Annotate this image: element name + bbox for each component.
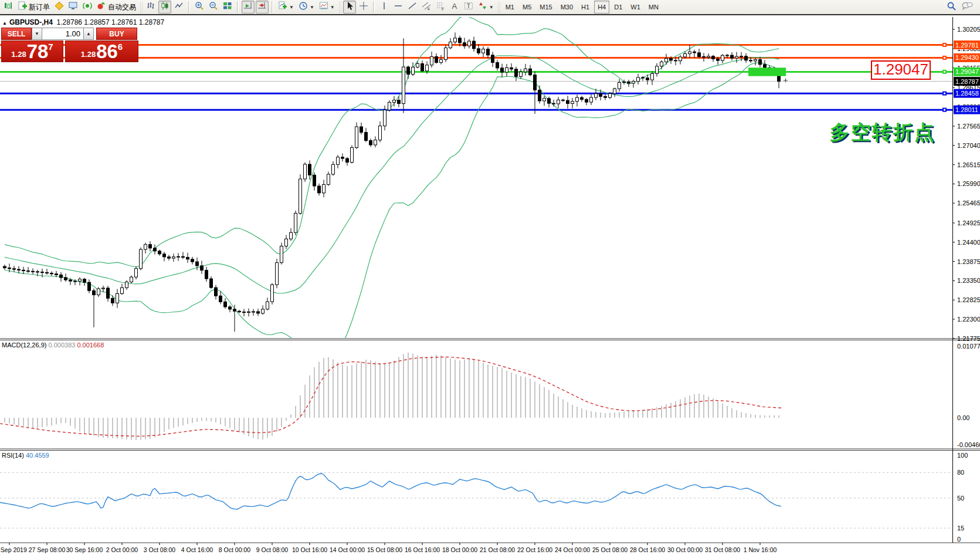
price-tick-label: 1.26515: [957, 161, 980, 168]
price-badge-label: 1.29781: [955, 42, 979, 49]
macd-axis-label: -0.004668: [957, 441, 980, 448]
ohlc-low: 1.28761: [111, 18, 137, 26]
date-tick-label: 2 Oct 00:00: [106, 546, 138, 553]
line-anchor-center: [944, 71, 945, 73]
date-tick-label: 3 Oct 08:00: [144, 546, 175, 553]
sell-price-panel[interactable]: 1.28 78 7: [1, 40, 63, 62]
date-tick-label: 8 Oct 00:00: [219, 546, 250, 553]
date-tick-label: 22 Oct 16:00: [517, 546, 552, 553]
chart-canvas[interactable]: 1.29047多空转折点多空转折点1.302051.296801.291551.…: [0, 0, 980, 558]
date-tick-label: 28 Oct 16:00: [630, 546, 665, 553]
price-tick-label: 1.25465: [957, 199, 980, 207]
sell-price-pip: 7: [48, 42, 53, 52]
buy-price-big: 86: [96, 43, 118, 60]
price-tick-label: 1.27040: [957, 142, 980, 149]
ohlc-open: 1.28786: [57, 18, 82, 26]
date-tick-label: 30 Sep 16:00: [66, 546, 103, 553]
date-tick-label: 21 Oct 08:00: [480, 546, 515, 553]
price-tick-label: 1.22825: [957, 296, 980, 303]
macd-value-main: 0.000383: [48, 341, 75, 349]
date-tick-label: 25 Oct 08:00: [592, 546, 628, 553]
buy-button[interactable]: BUY: [96, 28, 137, 40]
date-tick-label: 26 Sep 2019: [0, 546, 27, 553]
date-tick-label: 16 Oct 16:00: [405, 546, 440, 553]
macd-value-signal: 0.001668: [77, 341, 104, 349]
rsi-value: 40.4559: [26, 452, 49, 459]
price-tick-label: 1.27565: [957, 123, 980, 130]
price-tick-label: 1.23875: [957, 258, 980, 265]
macd-indicator-label: MACD(12,26,9) 0.000383 0.001668: [2, 341, 104, 349]
sell-price-big: 78: [27, 43, 49, 60]
price-tick-label: 1.24925: [957, 219, 980, 226]
macd-name: MACD(12,26,9): [2, 341, 46, 349]
price-tick-label: 1.24400: [957, 239, 980, 246]
date-tick-label: 27 Sep 08:00: [29, 546, 66, 553]
macd-axis-label: 0.00: [957, 414, 969, 421]
symbol-period: GBPUSD-,H4: [9, 18, 53, 26]
line-anchor-center: [944, 44, 945, 46]
price-tick-label: 1.25990: [957, 180, 980, 187]
price-badge-label: 1.29430: [955, 54, 979, 61]
rsi-axis-label: 0: [957, 536, 961, 543]
date-tick-label: 15 Oct 08:00: [367, 546, 402, 553]
collapse-triangle-icon[interactable]: ▲: [2, 21, 7, 26]
sell-button[interactable]: SELL: [1, 28, 32, 40]
rsi-axis-label: 50: [957, 495, 964, 502]
buy-price-pip: 6: [118, 42, 123, 52]
date-tick-label: 30 Oct 00:00: [667, 546, 703, 553]
date-tick-label: 14 Oct 00:00: [330, 546, 365, 553]
annotation-text: 多空转折点: [830, 121, 935, 143]
date-tick-label: 31 Oct 08:00: [705, 546, 740, 553]
rsi-axis-label: 15: [957, 525, 964, 532]
one-click-trading-panel: SELL ▼ ▲ BUY 1.28 78 7 1.28 86 6: [1, 28, 139, 62]
rsi-axis-label: 100: [957, 452, 968, 459]
date-tick-label: 9 Oct 08:00: [256, 546, 288, 553]
price-label-text: 1.29047: [873, 60, 928, 78]
price-badge-label: 1.28458: [955, 90, 979, 97]
price-badge-label: 1.28787: [955, 78, 979, 85]
buy-price-panel[interactable]: 1.28 86 6: [65, 40, 138, 62]
volume-input[interactable]: [42, 28, 83, 40]
ohlc-close: 1.28787: [139, 18, 164, 26]
line-anchor-center: [944, 93, 945, 94]
green-rectangle-object[interactable]: [748, 67, 786, 76]
volume-down-button[interactable]: ▼: [32, 28, 42, 40]
sell-price-prefix: 1.28: [11, 50, 26, 59]
price-badge-label: 1.29047: [955, 68, 979, 75]
chart-plot-area[interactable]: [0, 17, 952, 338]
date-tick-label: 18 Oct 00:00: [442, 546, 477, 553]
price-tick-label: 1.30205: [957, 26, 980, 33]
date-tick-label: 10 Oct 16:00: [292, 546, 327, 553]
line-anchor-center: [944, 57, 945, 59]
date-tick-label: 4 Oct 16:00: [181, 546, 213, 553]
chart-header: ▲GBPUSD-,H4 1.28786 1.28857 1.28761 1.28…: [2, 18, 164, 26]
price-tick-label: 1.21775: [957, 335, 980, 342]
date-tick-label: 1 Nov 16:00: [744, 546, 777, 553]
buy-price-prefix: 1.28: [81, 50, 96, 59]
price-label-object[interactable]: 1.29047: [872, 60, 930, 79]
price-badge-label: 1.28011: [955, 106, 978, 113]
date-tick-label: 24 Oct 00:00: [555, 546, 590, 553]
line-anchor-center: [944, 109, 945, 111]
rsi-axis-label: 80: [957, 469, 964, 476]
price-tick-label: 1.22300: [957, 316, 980, 323]
text-object[interactable]: 多空转折点多空转折点: [830, 121, 937, 145]
price-tick-label: 1.23350: [957, 277, 980, 284]
ohlc-high: 1.28857: [84, 18, 109, 26]
volume-up-button[interactable]: ▲: [83, 28, 94, 40]
rsi-name: RSI(14): [2, 452, 24, 459]
macd-axis-label: 0.010775: [957, 343, 980, 350]
rsi-indicator-label: RSI(14) 40.4559: [2, 452, 49, 459]
